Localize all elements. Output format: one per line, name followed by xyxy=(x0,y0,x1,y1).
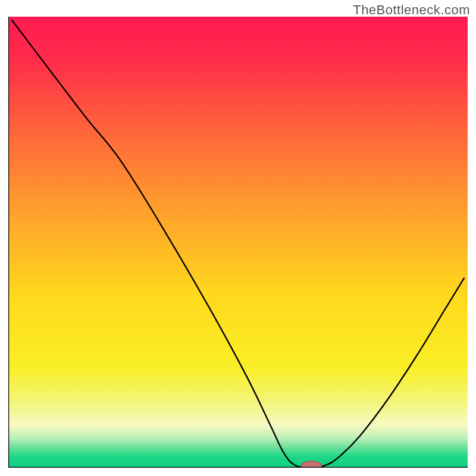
watermark-text: TheBottleneck.com xyxy=(353,2,470,18)
chart-stage: TheBottleneck.com xyxy=(0,0,476,476)
plot-background xyxy=(8,17,468,468)
plot-area xyxy=(8,17,468,468)
chart-svg xyxy=(8,17,468,468)
